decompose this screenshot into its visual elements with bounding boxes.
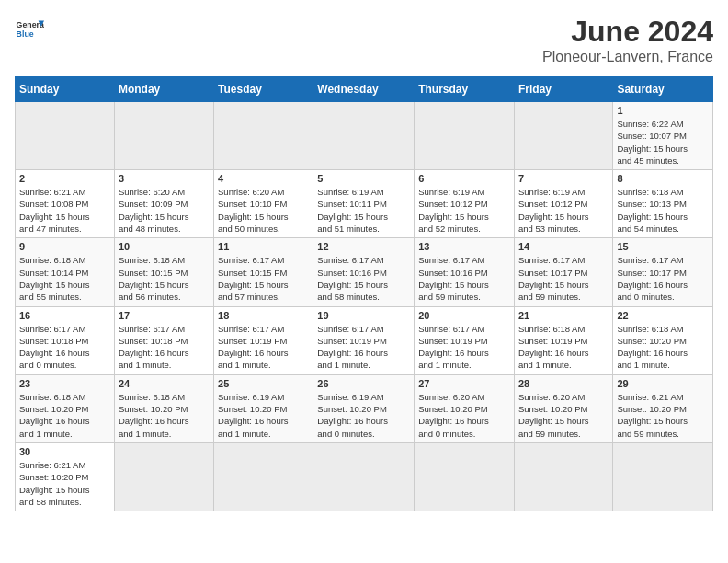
day-info: Sunrise: 6:19 AM Sunset: 10:12 PM Daylig… bbox=[518, 186, 609, 235]
day-info: Sunrise: 6:18 AM Sunset: 10:13 PM Daylig… bbox=[617, 186, 709, 235]
page-header: General Blue June 2024 Ploneour-Lanvern,… bbox=[15, 15, 713, 65]
day-number: 17 bbox=[119, 310, 210, 321]
day-number: 26 bbox=[317, 378, 410, 389]
week-row-1: 1Sunrise: 6:22 AM Sunset: 10:07 PM Dayli… bbox=[16, 102, 713, 170]
day-number: 25 bbox=[218, 378, 309, 389]
day-cell: 8Sunrise: 6:18 AM Sunset: 10:13 PM Dayli… bbox=[613, 170, 713, 238]
day-number: 1 bbox=[617, 105, 709, 116]
day-cell: 4Sunrise: 6:20 AM Sunset: 10:10 PM Dayli… bbox=[214, 170, 313, 238]
day-number: 27 bbox=[418, 378, 510, 389]
day-cell bbox=[514, 102, 612, 170]
day-cell bbox=[114, 442, 213, 511]
svg-text:Blue: Blue bbox=[17, 29, 34, 39]
day-number: 11 bbox=[218, 241, 309, 252]
day-info: Sunrise: 6:20 AM Sunset: 10:10 PM Daylig… bbox=[218, 186, 309, 235]
day-cell: 27Sunrise: 6:20 AM Sunset: 10:20 PM Dayl… bbox=[415, 374, 515, 442]
day-cell: 2Sunrise: 6:21 AM Sunset: 10:08 PM Dayli… bbox=[16, 170, 115, 238]
day-number: 15 bbox=[617, 241, 709, 252]
day-number: 18 bbox=[218, 310, 309, 321]
week-row-3: 9Sunrise: 6:18 AM Sunset: 10:14 PM Dayli… bbox=[16, 238, 713, 306]
day-number: 29 bbox=[617, 378, 709, 389]
day-cell: 7Sunrise: 6:19 AM Sunset: 10:12 PM Dayli… bbox=[514, 170, 612, 238]
day-number: 9 bbox=[19, 241, 110, 252]
day-number: 23 bbox=[19, 378, 110, 389]
day-cell bbox=[514, 442, 612, 511]
weekday-header-saturday: Saturday bbox=[613, 77, 713, 102]
day-cell: 25Sunrise: 6:19 AM Sunset: 10:20 PM Dayl… bbox=[214, 374, 313, 442]
day-number: 6 bbox=[418, 173, 510, 184]
day-cell: 16Sunrise: 6:17 AM Sunset: 10:18 PM Dayl… bbox=[16, 306, 115, 374]
day-cell: 19Sunrise: 6:17 AM Sunset: 10:19 PM Dayl… bbox=[313, 306, 415, 374]
day-number: 28 bbox=[518, 378, 609, 389]
day-number: 8 bbox=[617, 173, 709, 184]
day-info: Sunrise: 6:17 AM Sunset: 10:19 PM Daylig… bbox=[317, 323, 410, 372]
day-cell: 15Sunrise: 6:17 AM Sunset: 10:17 PM Dayl… bbox=[613, 238, 713, 306]
week-row-6: 30Sunrise: 6:21 AM Sunset: 10:20 PM Dayl… bbox=[16, 442, 713, 511]
day-info: Sunrise: 6:17 AM Sunset: 10:19 PM Daylig… bbox=[418, 323, 510, 372]
calendar-table: SundayMondayTuesdayWednesdayThursdayFrid… bbox=[15, 76, 713, 511]
day-cell: 30Sunrise: 6:21 AM Sunset: 10:20 PM Dayl… bbox=[16, 442, 115, 511]
calendar-subtitle: Ploneour-Lanvern, France bbox=[542, 49, 713, 65]
day-cell bbox=[415, 102, 515, 170]
day-info: Sunrise: 6:17 AM Sunset: 10:16 PM Daylig… bbox=[418, 254, 510, 303]
day-number: 21 bbox=[518, 310, 609, 321]
day-info: Sunrise: 6:17 AM Sunset: 10:17 PM Daylig… bbox=[518, 254, 609, 303]
day-number: 10 bbox=[119, 241, 210, 252]
day-number: 4 bbox=[218, 173, 309, 184]
day-info: Sunrise: 6:17 AM Sunset: 10:15 PM Daylig… bbox=[218, 254, 309, 303]
day-number: 19 bbox=[317, 310, 410, 321]
day-cell bbox=[313, 442, 415, 511]
day-cell bbox=[214, 102, 313, 170]
day-number: 12 bbox=[317, 241, 410, 252]
weekday-header-thursday: Thursday bbox=[415, 77, 515, 102]
day-info: Sunrise: 6:22 AM Sunset: 10:07 PM Daylig… bbox=[617, 118, 709, 167]
day-cell: 5Sunrise: 6:19 AM Sunset: 10:11 PM Dayli… bbox=[313, 170, 415, 238]
day-cell: 18Sunrise: 6:17 AM Sunset: 10:19 PM Dayl… bbox=[214, 306, 313, 374]
day-info: Sunrise: 6:19 AM Sunset: 10:12 PM Daylig… bbox=[418, 186, 510, 235]
day-cell: 1Sunrise: 6:22 AM Sunset: 10:07 PM Dayli… bbox=[613, 102, 713, 170]
calendar-title: June 2024 bbox=[542, 15, 713, 49]
day-info: Sunrise: 6:19 AM Sunset: 10:20 PM Daylig… bbox=[317, 391, 410, 440]
day-info: Sunrise: 6:21 AM Sunset: 10:20 PM Daylig… bbox=[617, 391, 709, 440]
day-info: Sunrise: 6:20 AM Sunset: 10:20 PM Daylig… bbox=[418, 391, 510, 440]
weekday-header-friday: Friday bbox=[514, 77, 612, 102]
day-cell bbox=[415, 442, 515, 511]
weekday-header-row: SundayMondayTuesdayWednesdayThursdayFrid… bbox=[16, 77, 713, 102]
day-info: Sunrise: 6:19 AM Sunset: 10:20 PM Daylig… bbox=[218, 391, 309, 440]
title-area: June 2024 Ploneour-Lanvern, France bbox=[542, 15, 713, 65]
day-info: Sunrise: 6:17 AM Sunset: 10:18 PM Daylig… bbox=[19, 323, 110, 372]
day-info: Sunrise: 6:20 AM Sunset: 10:09 PM Daylig… bbox=[119, 186, 210, 235]
day-cell: 3Sunrise: 6:20 AM Sunset: 10:09 PM Dayli… bbox=[114, 170, 213, 238]
day-cell: 11Sunrise: 6:17 AM Sunset: 10:15 PM Dayl… bbox=[214, 238, 313, 306]
day-info: Sunrise: 6:18 AM Sunset: 10:20 PM Daylig… bbox=[119, 391, 210, 440]
day-cell: 10Sunrise: 6:18 AM Sunset: 10:15 PM Dayl… bbox=[114, 238, 213, 306]
day-number: 22 bbox=[617, 310, 709, 321]
logo-icon: General Blue bbox=[15, 15, 44, 44]
day-cell: 12Sunrise: 6:17 AM Sunset: 10:16 PM Dayl… bbox=[313, 238, 415, 306]
day-number: 30 bbox=[19, 446, 110, 457]
day-cell: 9Sunrise: 6:18 AM Sunset: 10:14 PM Dayli… bbox=[16, 238, 115, 306]
day-number: 14 bbox=[518, 241, 609, 252]
day-cell bbox=[214, 442, 313, 511]
day-info: Sunrise: 6:18 AM Sunset: 10:20 PM Daylig… bbox=[617, 323, 709, 372]
day-info: Sunrise: 6:21 AM Sunset: 10:08 PM Daylig… bbox=[19, 186, 110, 235]
day-number: 3 bbox=[119, 173, 210, 184]
day-cell bbox=[313, 102, 415, 170]
day-cell bbox=[613, 442, 713, 511]
day-info: Sunrise: 6:17 AM Sunset: 10:18 PM Daylig… bbox=[119, 323, 210, 372]
day-cell: 24Sunrise: 6:18 AM Sunset: 10:20 PM Dayl… bbox=[114, 374, 213, 442]
day-info: Sunrise: 6:17 AM Sunset: 10:16 PM Daylig… bbox=[317, 254, 410, 303]
day-cell: 29Sunrise: 6:21 AM Sunset: 10:20 PM Dayl… bbox=[613, 374, 713, 442]
logo: General Blue bbox=[15, 15, 44, 44]
weekday-header-sunday: Sunday bbox=[16, 77, 115, 102]
day-cell: 17Sunrise: 6:17 AM Sunset: 10:18 PM Dayl… bbox=[114, 306, 213, 374]
day-info: Sunrise: 6:18 AM Sunset: 10:20 PM Daylig… bbox=[19, 391, 110, 440]
day-info: Sunrise: 6:18 AM Sunset: 10:14 PM Daylig… bbox=[19, 254, 110, 303]
day-cell: 20Sunrise: 6:17 AM Sunset: 10:19 PM Dayl… bbox=[415, 306, 515, 374]
day-info: Sunrise: 6:18 AM Sunset: 10:19 PM Daylig… bbox=[518, 323, 609, 372]
day-info: Sunrise: 6:17 AM Sunset: 10:19 PM Daylig… bbox=[218, 323, 309, 372]
day-number: 2 bbox=[19, 173, 110, 184]
day-number: 13 bbox=[418, 241, 510, 252]
day-cell bbox=[16, 102, 115, 170]
day-info: Sunrise: 6:21 AM Sunset: 10:20 PM Daylig… bbox=[19, 459, 110, 508]
